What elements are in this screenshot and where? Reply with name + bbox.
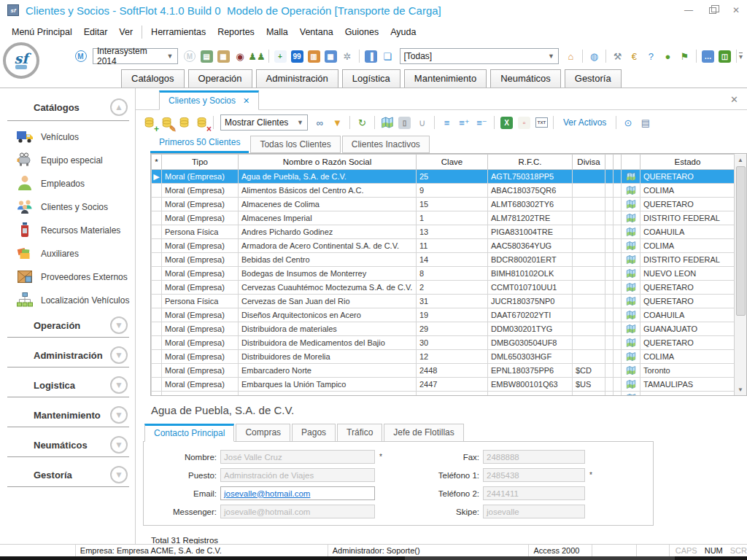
module-tab-mantenimiento[interactable]: Mantenimiento <box>404 69 487 88</box>
email-link[interactable]: josevalle@hotmail.com <box>224 489 310 498</box>
cell-clave[interactable]: 13 <box>417 225 488 239</box>
cell-rfc[interactable]: DAAT670202YTI <box>488 308 573 322</box>
cell-c1[interactable] <box>605 198 614 211</box>
view-mode-combobox[interactable]: Mostrar Clientes ▼ <box>220 114 308 131</box>
interasystem-badge-icon[interactable]: M <box>73 49 88 64</box>
attach-paperclip-icon[interactable]: ∪ <box>414 115 430 131</box>
cell-c2[interactable] <box>614 281 622 295</box>
cell-tipo[interactable]: Moral (Empresa) <box>162 322 239 336</box>
field-input-messenger[interactable]: josevalle@hotmail.com <box>220 505 375 518</box>
cell-c2[interactable] <box>614 322 622 336</box>
module-badge-disabled-icon[interactable]: M <box>182 49 198 64</box>
cell-rfc[interactable]: DDM030201TYG <box>488 322 573 336</box>
cell-tipo[interactable]: Moral (Empresa) <box>162 239 239 253</box>
menu-ayuda[interactable]: Ayuda <box>384 24 422 40</box>
cell-clave[interactable]: 30 <box>417 336 488 350</box>
cell-divisa[interactable] <box>573 198 605 211</box>
expand-down-icon[interactable]: ▼ <box>110 406 128 424</box>
cell-estado[interactable]: DISTRITO FEDERAL <box>640 211 735 225</box>
cell-clave[interactable]: 19 <box>417 308 488 322</box>
map-icon[interactable] <box>622 364 640 378</box>
cell-tipo[interactable]: Moral (Empresa) <box>162 308 239 322</box>
cell-tipo[interactable]: Moral (Empresa) <box>162 378 239 392</box>
map-icon[interactable] <box>622 392 640 397</box>
cell-nombre[interactable]: Bodegas de Insumos de Monterrey <box>239 267 417 281</box>
cell-clave[interactable]: 2448 <box>417 364 488 378</box>
sidebar-item-localizacion-vehiculos[interactable]: Localización Vehículos <box>0 289 135 312</box>
cell-rfc[interactable]: JUCR180375NP0 <box>488 295 573 308</box>
cell-clave[interactable]: 14 <box>417 253 488 267</box>
sidebar-section-mantenimiento[interactable]: Mantenimiento▼ <box>0 402 135 425</box>
cell-estado[interactable]: Toronto <box>640 364 735 378</box>
sidebar-item-empleados[interactable]: Empleados <box>0 172 135 195</box>
cell-c1[interactable] <box>605 295 614 308</box>
cell-c1[interactable] <box>605 392 614 397</box>
column-header-nombre-o-razon-social[interactable]: Nombre o Razón Social <box>239 155 417 170</box>
export-data-icon[interactable]: ▤ <box>199 49 214 64</box>
delete-record-icon[interactable]: × <box>194 115 209 131</box>
menu-guiones[interactable]: Guiones <box>339 24 385 40</box>
expand-down-icon[interactable]: ▼ <box>110 436 128 454</box>
cell-estado[interactable]: QUERETARO <box>640 198 735 211</box>
cell-c2[interactable] <box>614 336 622 350</box>
cell-rfc[interactable]: ALMT680302TY6 <box>488 198 573 211</box>
cell-tipo[interactable]: Persona Física <box>162 225 239 239</box>
row-marker[interactable] <box>152 295 162 308</box>
map-icon[interactable] <box>622 198 640 211</box>
expand-down-icon[interactable]: ▼ <box>110 376 128 394</box>
field-input-nombre[interactable]: José Valle Cruz <box>220 450 375 464</box>
detail-tab-compras[interactable]: Compras <box>236 424 290 442</box>
cell-divisa[interactable] <box>573 253 605 267</box>
cell-nombre[interactable]: Armadora de Acero Continental S.A. de C.… <box>239 239 417 253</box>
cell-clave[interactable]: 2450 <box>417 392 488 397</box>
cell-estado[interactable]: NUEVO LEON <box>640 267 735 281</box>
module-tab-neumaticos[interactable]: Neumáticos <box>490 69 561 88</box>
sidebar-item-clientes-y-socios[interactable]: Clientes y Socios <box>0 195 135 219</box>
row-marker[interactable] <box>152 239 162 253</box>
cell-clave[interactable]: 15 <box>417 198 488 211</box>
menu-menu-principal[interactable]: Menú Principal <box>6 24 78 40</box>
menu-malla[interactable]: Malla <box>260 24 294 40</box>
tools-wrench-icon[interactable]: ⚒ <box>610 49 625 64</box>
cell-clave[interactable]: 1 <box>417 211 488 225</box>
cell-c2[interactable] <box>614 350 622 364</box>
cell-nombre[interactable]: Andres Pichardo Godinez <box>239 225 417 239</box>
scroll-down-icon[interactable]: ▼ <box>735 384 746 395</box>
cell-c2[interactable] <box>614 253 622 267</box>
row-marker[interactable] <box>152 336 162 350</box>
cell-divisa[interactable] <box>573 322 605 336</box>
close-button-icon[interactable]: ✕ <box>732 5 740 15</box>
cell-rfc[interactable]: DMBG030504UF8 <box>488 336 573 350</box>
tree-expand-icon[interactable]: ≡⁺ <box>457 115 472 131</box>
filter-combobox[interactable]: [Todas] ▼ <box>400 48 559 64</box>
map-icon[interactable] <box>622 322 640 336</box>
cell-c2[interactable] <box>614 170 622 184</box>
map-icon[interactable] <box>622 295 640 308</box>
cell-tipo[interactable]: Moral (Empresa) <box>162 184 239 198</box>
cell-divisa[interactable]: $CD <box>573 364 605 378</box>
batch-99-icon[interactable]: 99 <box>290 49 305 64</box>
restore-button-icon[interactable] <box>709 7 716 14</box>
cell-tipo[interactable]: Moral (Empresa) <box>162 211 239 225</box>
cell-clave[interactable]: 25 <box>417 170 488 184</box>
menu-ver[interactable]: Ver <box>113 24 139 40</box>
export-excel-icon[interactable]: X <box>499 115 514 131</box>
tree-collapse-icon[interactable]: ≡⁻ <box>474 115 489 131</box>
cell-tipo[interactable]: Moral (Empresa) <box>162 364 239 378</box>
cell-rfc[interactable]: AGTL750318PP5 <box>488 170 573 184</box>
cell-clave[interactable]: 31 <box>417 295 488 308</box>
map-icon[interactable] <box>622 267 640 281</box>
cell-c1[interactable] <box>605 170 614 184</box>
cell-c1[interactable] <box>605 211 614 225</box>
cell-rfc[interactable]: EPNL180375PP6 <box>488 364 573 378</box>
cell-estado[interactable]: COLIMA <box>640 184 735 198</box>
toolbar-overflow-button[interactable]: ▾ <box>739 52 743 60</box>
menu-ventana[interactable]: Ventana <box>294 24 339 40</box>
settings-gear-icon[interactable]: ✲ <box>340 49 355 64</box>
cell-clave[interactable]: 2447 <box>417 378 488 392</box>
sidebar-item-recursos-materiales[interactable]: Recursos Materiales <box>0 219 135 242</box>
column-header-[interactable]: * <box>152 155 162 170</box>
table-row[interactable]: Moral (Empresa)Distribuidores de Morelia… <box>152 350 735 364</box>
row-marker[interactable] <box>152 184 162 198</box>
tasks-clipboard-icon[interactable]: ▥ <box>306 49 322 64</box>
